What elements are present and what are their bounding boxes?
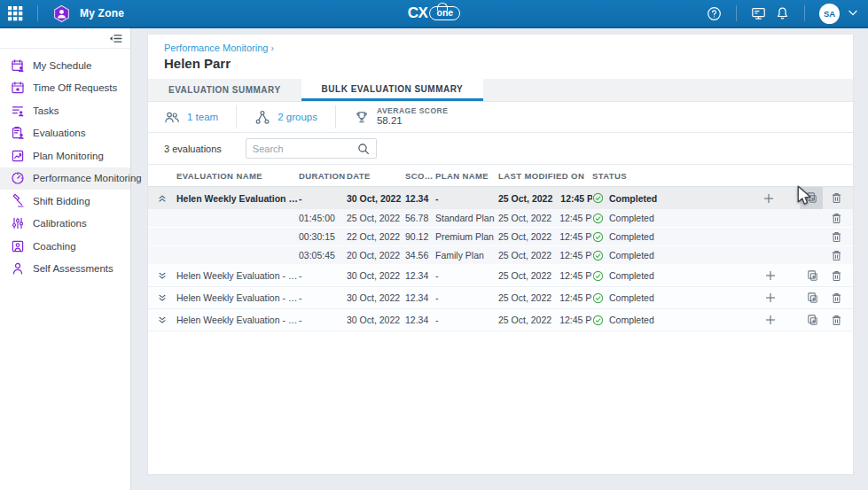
topbar-left: My Zone bbox=[0, 4, 124, 23]
status-cell: Completed bbox=[592, 250, 725, 261]
plan-name-cell: Family Plan bbox=[435, 250, 498, 261]
add-button[interactable] bbox=[760, 287, 781, 308]
date-cell: 30 Oct, 2022 bbox=[347, 292, 405, 303]
sidebar-item-self-assessments[interactable]: Self Assessments bbox=[0, 258, 130, 281]
evaluation-name-cell: Helen Weekly Evaluation - June 20 bbox=[176, 315, 299, 325]
delete-button[interactable] bbox=[825, 265, 847, 286]
delete-button[interactable] bbox=[825, 309, 847, 331]
expand-row-icon[interactable] bbox=[157, 270, 168, 281]
stat-groups[interactable]: 2 groups bbox=[236, 105, 335, 128]
date-cell: 30 Oct, 2022 bbox=[347, 193, 405, 204]
team-link[interactable]: 1 team bbox=[187, 112, 218, 122]
score-cell: 12.34 bbox=[405, 193, 435, 204]
add-button[interactable] bbox=[760, 265, 781, 286]
duration-cell: - bbox=[299, 315, 347, 325]
table-subrow[interactable]: 00:30:15 22 Oct, 2022 90.12 Premium Plan… bbox=[148, 228, 853, 246]
stat-team[interactable]: 1 team bbox=[164, 105, 236, 128]
search-icon[interactable] bbox=[357, 143, 370, 155]
add-button[interactable] bbox=[760, 309, 781, 331]
row-actions bbox=[725, 287, 853, 308]
sidebar-item-evaluations[interactable]: Evaluations bbox=[0, 122, 130, 145]
screen: My Zone CX one SA My Schedule Time Off R… bbox=[0, 0, 868, 490]
groups-link[interactable]: 2 groups bbox=[278, 112, 317, 122]
breadcrumb[interactable]: Performance Monitoring › bbox=[148, 35, 853, 53]
page-title: Helen Parr bbox=[148, 53, 853, 71]
tab-bulk-evaluation-summary[interactable]: BULK EVALUATION SUMMARY bbox=[301, 79, 484, 101]
status-completed-icon bbox=[592, 270, 604, 282]
score-cell: 12.34 bbox=[405, 315, 435, 325]
copy-button[interactable] bbox=[802, 309, 823, 331]
plan-name-cell: - bbox=[435, 193, 498, 204]
sidebar-item-plan-monitoring[interactable]: Plan Monitoring bbox=[0, 144, 130, 167]
sidebar-item-my-schedule[interactable]: My Schedule bbox=[0, 54, 130, 77]
col-plan-name: PLAN NAME bbox=[435, 171, 498, 181]
score-cell: 12.34 bbox=[405, 270, 435, 281]
table-subrow[interactable]: 03:05:45 20 Oct, 2022 34.56 Family Plan … bbox=[148, 246, 853, 265]
help-icon[interactable] bbox=[707, 6, 722, 21]
logo-cx-text: CX bbox=[408, 4, 428, 22]
col-last-modified: LAST MODIFIED ON bbox=[498, 171, 592, 181]
screen-share-icon[interactable] bbox=[751, 6, 766, 21]
status-completed-icon bbox=[592, 192, 604, 204]
table-body: Helen Weekly Evaluation - June... - 30 O… bbox=[148, 187, 853, 331]
content-card: Performance Monitoring › Helen Parr EVAL… bbox=[147, 34, 854, 475]
main-area: Performance Monitoring › Helen Parr EVAL… bbox=[131, 28, 868, 490]
schedule-icon bbox=[11, 58, 25, 73]
average-score-value: 58.21 bbox=[377, 115, 449, 128]
delete-button[interactable] bbox=[825, 188, 847, 209]
collapse-sidebar-icon[interactable] bbox=[108, 31, 123, 46]
plan-name-cell: - bbox=[435, 315, 498, 325]
notifications-icon[interactable] bbox=[775, 6, 790, 21]
user-menu-chevron-icon[interactable] bbox=[848, 10, 857, 17]
sidebar-item-calibrations[interactable]: Calibrations bbox=[0, 213, 130, 236]
expand-row-icon[interactable] bbox=[157, 315, 168, 325]
collapse-row-icon[interactable] bbox=[157, 193, 168, 204]
delete-button[interactable] bbox=[825, 245, 847, 266]
stat-average-score: AVERAGE SCORE 58.21 bbox=[335, 105, 466, 128]
table-row[interactable]: Helen Weekly Evaluation - June 20 - 30 O… bbox=[148, 287, 853, 309]
status-cell: Completed bbox=[592, 315, 725, 326]
last-modified-cell: 25 Oct, 2022 12:45 PM bbox=[498, 270, 592, 281]
table-subrow[interactable]: 01:45:00 25 Oct, 2022 56.78 Standard Pla… bbox=[148, 209, 853, 228]
sidebar-item-shift-bidding[interactable]: Shift Bidding bbox=[0, 190, 130, 213]
copy-button[interactable] bbox=[802, 265, 823, 286]
top-bar: My Zone CX one SA bbox=[0, 0, 868, 28]
copy-button[interactable] bbox=[802, 287, 823, 308]
copy-button[interactable] bbox=[800, 187, 823, 210]
person-icon bbox=[11, 261, 25, 276]
sliders-icon bbox=[11, 216, 25, 230]
topbar-right: SA bbox=[707, 4, 868, 24]
perfmon-icon bbox=[11, 171, 25, 185]
add-button[interactable] bbox=[758, 188, 779, 209]
last-modified-cell: 25 Oct, 2022 12:45 PM bbox=[498, 193, 592, 204]
search-box[interactable] bbox=[246, 138, 377, 159]
app-launcher-icon[interactable] bbox=[8, 6, 23, 21]
table-row[interactable]: Helen Weekly Evaluation - June 20 - 30 O… bbox=[148, 309, 853, 331]
search-input[interactable] bbox=[253, 144, 357, 154]
breadcrumb-chevron-icon: › bbox=[270, 43, 273, 53]
tab-strip: EVALUATION SUMMARY BULK EVALUATION SUMMA… bbox=[148, 79, 853, 102]
expand-row-icon[interactable] bbox=[157, 292, 168, 303]
user-avatar[interactable]: SA bbox=[819, 4, 840, 24]
col-score: SCORE bbox=[405, 171, 435, 181]
duration-cell: - bbox=[299, 193, 347, 204]
status-text: Completed bbox=[609, 292, 654, 303]
timeoff-icon bbox=[11, 81, 25, 95]
status-text: Completed bbox=[609, 250, 654, 261]
breadcrumb-link[interactable]: Performance Monitoring bbox=[164, 43, 268, 53]
table-row[interactable]: Helen Weekly Evaluation - June... - 30 O… bbox=[148, 187, 853, 209]
sidebar-item-performance-monitoring[interactable]: Performance Monitoring bbox=[0, 167, 130, 191]
divider bbox=[736, 5, 737, 21]
sidebar-item-coaching[interactable]: Coaching bbox=[0, 235, 130, 258]
status-cell: Completed bbox=[592, 231, 725, 243]
col-evaluation-name: EVALUATION NAME bbox=[176, 171, 299, 181]
status-text: Completed bbox=[609, 213, 654, 223]
table-row[interactable]: Helen Weekly Evaluation - June 20 - 30 O… bbox=[148, 265, 853, 287]
divider bbox=[804, 5, 805, 21]
sidebar-item-tasks[interactable]: Tasks bbox=[0, 99, 130, 122]
row-actions bbox=[725, 187, 853, 210]
row-actions bbox=[725, 309, 853, 331]
delete-button[interactable] bbox=[825, 287, 847, 308]
sidebar-item-time-off-requests[interactable]: Time Off Requests bbox=[0, 77, 130, 100]
tab-evaluation-summary[interactable]: EVALUATION SUMMARY bbox=[148, 79, 301, 101]
